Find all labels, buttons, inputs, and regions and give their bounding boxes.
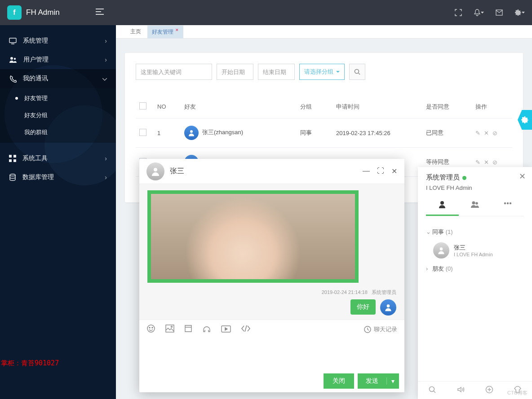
svg-point-26: [506, 202, 508, 204]
svg-point-14: [387, 304, 390, 307]
minimize-icon[interactable]: —: [363, 167, 370, 175]
svg-rect-1: [9, 38, 16, 43]
message-row: 你好: [147, 299, 396, 316]
add-icon[interactable]: [485, 386, 493, 395]
online-dot: [462, 176, 466, 180]
watermark-text: 掌柜：青苔901027: [1, 359, 59, 368]
chat-header: 张三 — ⛶ ✕: [139, 159, 404, 184]
checkbox-all[interactable]: [139, 102, 146, 110]
subnav-friends[interactable]: 好友管理: [0, 90, 116, 107]
mail-icon[interactable]: [496, 9, 503, 16]
sidebar-item-users[interactable]: 用户管理›: [0, 50, 116, 69]
edit-icon[interactable]: ✎: [475, 130, 480, 136]
sidebar-item-system[interactable]: 系统管理›: [0, 31, 116, 50]
table-row: 1 张三(zhangsan) 同事 2019-02-23 17:45:26 已同…: [136, 118, 512, 148]
sidebar-item-comm[interactable]: 我的通讯: [0, 69, 116, 88]
group-colleagues[interactable]: ⌄同事 (1): [424, 224, 526, 240]
chat-window: 张三 — ⛶ ✕ 2019-02-24 21:14:18 系统管理员 你好 聊天…: [139, 159, 404, 392]
col-ops: 操作: [472, 95, 512, 118]
close-icon[interactable]: ✕: [519, 171, 526, 181]
svg-point-17: [152, 327, 153, 328]
svg-rect-6: [13, 155, 16, 158]
close-button[interactable]: 关闭: [324, 373, 354, 389]
sidebar-item-tools[interactable]: 系统工具›: [0, 149, 116, 168]
svg-point-13: [154, 168, 157, 171]
svg-rect-8: [13, 159, 16, 162]
fullscreen-icon[interactable]: [455, 9, 462, 16]
chat-input[interactable]: [139, 338, 404, 370]
svg-point-29: [429, 386, 434, 391]
group-dropdown[interactable]: 请选择分组: [299, 64, 345, 80]
subnav-groups[interactable]: 好友分组: [0, 107, 116, 124]
chat-toolbar: 聊天记录: [139, 320, 404, 338]
sidebar: 系统管理› 用户管理› 我的通讯 好友管理 好友分组 我的群组 系统工具› 数据…: [0, 25, 116, 399]
svg-point-25: [504, 202, 505, 204]
contacts-header: ✕ 系统管理员 I LOVE FH Admin: [418, 167, 532, 220]
svg-point-15: [147, 325, 155, 332]
edit-icon[interactable]: ✎: [475, 159, 480, 166]
contacts-panel: ✕ 系统管理员 I LOVE FH Admin ⌄同事 (1) 张三I LOVE…: [418, 167, 532, 399]
start-date-input[interactable]: [217, 64, 253, 80]
tab-contacts[interactable]: [426, 196, 459, 216]
brand-title: FH Admin: [26, 8, 60, 17]
send-button[interactable]: 发送▾: [358, 373, 399, 389]
block-icon[interactable]: ⊘: [492, 159, 497, 166]
svg-rect-18: [166, 325, 174, 332]
svg-point-19: [171, 326, 173, 327]
code-icon[interactable]: [241, 325, 251, 334]
checkbox[interactable]: [139, 129, 146, 136]
history-button[interactable]: 聊天记录: [364, 325, 397, 333]
menu-toggle-icon[interactable]: [96, 9, 104, 17]
keyword-input[interactable]: [136, 64, 212, 80]
svg-point-24: [475, 202, 478, 205]
image-message[interactable]: [147, 190, 359, 283]
maximize-icon[interactable]: ⛶: [377, 167, 384, 175]
tab-groups[interactable]: [459, 196, 492, 216]
svg-rect-5: [9, 155, 12, 158]
contacts-list: ⌄同事 (1) 张三I LOVE FH Admin ›朋友 (0): [418, 220, 532, 381]
video-icon[interactable]: [221, 324, 231, 334]
close-icon[interactable]: ✕: [391, 167, 397, 175]
text-bubble: 你好: [350, 299, 376, 315]
svg-point-16: [149, 327, 150, 328]
contacts-username: 系统管理员: [426, 173, 524, 182]
message-meta: 2019-02-24 21:14:18 系统管理员: [147, 289, 396, 296]
close-icon[interactable]: ✕: [175, 28, 179, 32]
tab-friends[interactable]: 好友管理✕: [147, 26, 183, 38]
group-friends[interactable]: ›朋友 (0): [424, 261, 526, 276]
block-icon[interactable]: ⊘: [492, 130, 497, 136]
svg-point-28: [440, 247, 443, 250]
audio-icon[interactable]: [202, 324, 211, 334]
chevron-down-icon[interactable]: ▾: [386, 377, 399, 385]
emoji-icon[interactable]: [146, 324, 155, 335]
col-group: 分组: [297, 95, 332, 118]
chat-footer: 关闭 发送▾: [139, 370, 404, 392]
subnav-mygroups[interactable]: 我的群组: [0, 124, 116, 141]
tab-messages[interactable]: [491, 196, 524, 216]
sidebar-item-db[interactable]: 数据库管理›: [0, 168, 116, 187]
delete-icon[interactable]: ✕: [484, 130, 489, 136]
contacts-signature: I LOVE FH Admin: [426, 184, 524, 191]
svg-point-23: [472, 202, 475, 205]
gear-icon[interactable]: [514, 9, 525, 16]
delete-icon[interactable]: ✕: [484, 159, 489, 166]
svg-point-11: [190, 130, 193, 133]
search-icon[interactable]: [428, 386, 436, 395]
svg-point-4: [14, 57, 16, 59]
tab-home[interactable]: 主页: [126, 26, 146, 38]
end-date-input[interactable]: [258, 64, 295, 80]
bell-icon[interactable]: [474, 9, 484, 16]
chat-avatar: [146, 162, 164, 180]
svg-rect-2: [11, 44, 14, 44]
contact-item[interactable]: 张三I LOVE FH Admin: [424, 240, 526, 261]
file-icon[interactable]: [184, 324, 192, 334]
search-button[interactable]: [349, 64, 365, 80]
sound-icon[interactable]: [457, 386, 465, 395]
avatar-icon: [184, 126, 199, 140]
image-icon[interactable]: [165, 324, 174, 334]
filter-row: 请选择分组: [136, 64, 512, 80]
col-apply: 申请时间: [332, 95, 422, 118]
blog-watermark: CTO博客: [507, 390, 528, 396]
col-agree: 是否同意: [422, 95, 472, 118]
svg-rect-7: [9, 159, 12, 162]
